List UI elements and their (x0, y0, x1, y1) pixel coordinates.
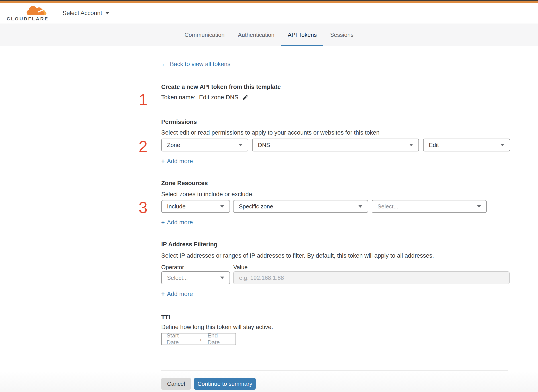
chevron-down-icon (477, 205, 481, 208)
edit-pencil-icon[interactable] (242, 94, 249, 101)
permissions-title: Permissions (161, 119, 197, 126)
token-name-prefix: Token name: (161, 94, 196, 101)
zone-mode-select[interactable]: Include (161, 200, 230, 213)
ip-value-input[interactable] (233, 271, 510, 284)
tab-bar: Communication Authentication API Tokens … (0, 23, 538, 46)
ip-filtering-add-more-link[interactable]: + Add more (161, 291, 193, 298)
account-selector[interactable]: Select Account (63, 10, 109, 17)
value-label: Value (233, 264, 248, 271)
permission-access-select[interactable]: Edit (423, 139, 510, 151)
zone-resources-description: Select zones to include or exclude. (161, 191, 254, 198)
plus-icon: + (161, 158, 165, 165)
tab-sessions[interactable]: Sessions (323, 23, 360, 46)
cloudflare-cloud-icon (26, 5, 48, 16)
permissions-description: Select edit or read permissions to apply… (161, 129, 380, 136)
page-title: Create a new API token from this templat… (161, 84, 281, 90)
operator-label: Operator (161, 264, 184, 271)
ttl-description: Define how long this token will stay act… (161, 324, 273, 331)
back-link-label: Back to view all tokens (170, 61, 230, 68)
ttl-title: TTL (161, 314, 172, 321)
tab-authentication[interactable]: Authentication (231, 23, 281, 46)
cloudflare-wordmark: CLOUDFLARE (7, 16, 49, 22)
account-selector-label: Select Account (63, 10, 102, 17)
chevron-down-icon (409, 144, 413, 146)
header: CLOUDFLARE Select Account (0, 3, 538, 23)
permission-resource-select[interactable]: DNS (252, 139, 419, 151)
token-name-row: Token name: Edit zone DNS (161, 94, 249, 101)
back-to-tokens-link[interactable]: ← Back to view all tokens (161, 61, 230, 68)
ttl-date-range-field[interactable]: Start Date → End Date (161, 333, 236, 345)
chevron-down-icon (358, 205, 362, 208)
footer-background (0, 371, 538, 392)
footer-buttons: Cancel Continue to summary (161, 378, 256, 390)
tab-api-tokens[interactable]: API Tokens (281, 23, 323, 46)
footer-divider (161, 370, 508, 371)
chevron-down-icon (500, 144, 504, 146)
chevron-down-icon (105, 12, 109, 14)
back-arrow-icon: ← (161, 61, 167, 68)
cloudflare-logo: CLOUDFLARE (7, 5, 50, 22)
step-number-2: 2 (133, 139, 153, 154)
right-arrow-icon: → (196, 336, 203, 343)
chevron-down-icon (239, 144, 243, 146)
plus-icon: + (161, 291, 165, 298)
ip-filtering-description: Select IP addresses or ranges of IP addr… (161, 252, 434, 259)
zone-picker-select[interactable]: Select... (372, 200, 487, 213)
ip-operator-select[interactable]: Select... (161, 271, 230, 284)
zone-resources-add-more-link[interactable]: + Add more (161, 219, 193, 226)
brand-top-bar (0, 0, 538, 3)
continue-to-summary-button[interactable]: Continue to summary (194, 378, 256, 390)
token-name-value: Edit zone DNS (199, 94, 239, 101)
zone-type-select[interactable]: Specific zone (233, 200, 368, 213)
permissions-add-more-link[interactable]: + Add more (161, 158, 193, 165)
cancel-button[interactable]: Cancel (161, 378, 191, 390)
step-number-3: 3 (133, 200, 153, 215)
tab-communication[interactable]: Communication (178, 23, 231, 46)
permission-scope-select[interactable]: Zone (161, 139, 248, 151)
chevron-down-icon (220, 277, 224, 279)
step-number-1: 1 (133, 92, 153, 108)
end-date-placeholder: End Date (208, 332, 231, 346)
ip-filtering-title: IP Address Filtering (161, 241, 218, 248)
zone-resources-title: Zone Resources (161, 180, 208, 187)
start-date-placeholder: Start Date (167, 332, 192, 346)
chevron-down-icon (220, 205, 224, 208)
plus-icon: + (161, 219, 165, 226)
